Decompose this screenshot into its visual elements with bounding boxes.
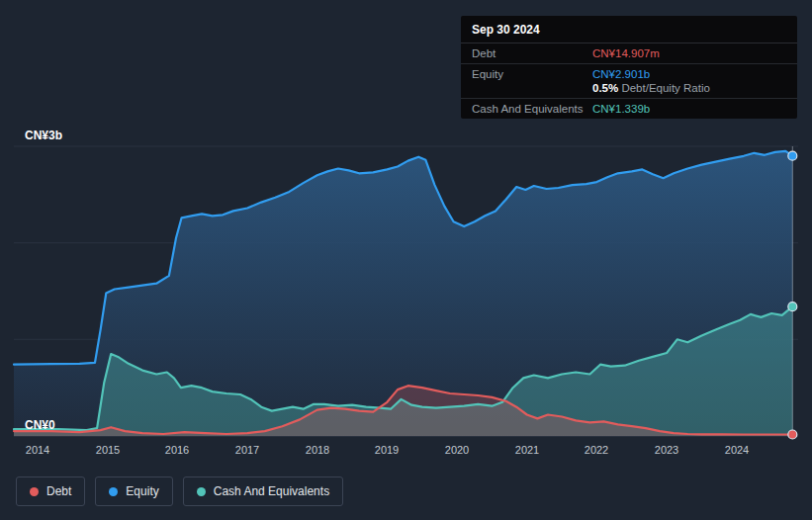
legend: Debt Equity Cash And Equivalents [16,477,343,506]
chart-page: CN¥3bCN¥0 201420152016201720182019202020… [0,0,812,520]
legend-label-cash: Cash And Equivalents [214,484,329,498]
legend-label-debt: Debt [46,484,71,498]
x-axis-label: 2019 [375,444,399,456]
tooltip-cash-value: CN¥1.339b [592,103,786,115]
legend-label-equity: Equity [126,484,158,498]
tooltip-equity-label: Equity [472,68,592,80]
x-axis-label: 2014 [26,444,49,456]
tooltip-row-cash: Cash And Equivalents CN¥1.339b [461,99,797,119]
legend-dot-cash [197,487,206,496]
x-axis-label: 2016 [165,444,189,456]
x-axis-label: 2015 [96,444,120,456]
legend-dot-equity [109,487,118,496]
tooltip-cash-label: Cash And Equivalents [472,103,592,115]
x-axis-label: 2021 [515,444,539,456]
legend-item-debt[interactable]: Debt [16,477,85,506]
debt-end-marker [788,430,797,439]
legend-item-cash[interactable]: Cash And Equivalents [183,477,343,506]
x-axis-label: 2024 [725,444,749,456]
legend-item-equity[interactable]: Equity [95,477,172,506]
tooltip-date: Sep 30 2024 [461,16,797,43]
tooltip-equity-value-block: CN¥2.901b 0.5% Debt/Equity Ratio [592,68,786,94]
tooltip-equity-value: CN¥2.901b [592,68,650,80]
y-axis-label: CN¥3b [25,129,62,142]
x-axis-label: 2023 [655,444,678,456]
tooltip-debt-equity-ratio: 0.5% Debt/Equity Ratio [592,82,786,94]
y-axis-label: CN¥0 [25,418,55,432]
equity-end-marker [788,151,797,160]
x-axis-label: 2020 [445,444,469,456]
tooltip-row-equity: Equity CN¥2.901b 0.5% Debt/Equity Ratio [461,64,797,99]
x-axis-label: 2018 [306,444,329,456]
legend-dot-debt [30,487,39,496]
tooltip-row-debt: Debt CN¥14.907m [461,43,797,64]
x-axis-label: 2017 [235,444,259,456]
tooltip: Sep 30 2024 Debt CN¥14.907m Equity CN¥2.… [461,16,797,119]
tooltip-debt-label: Debt [472,47,592,59]
cash-and-equivalents-end-marker [788,303,797,311]
x-axis-label: 2022 [585,444,608,456]
tooltip-debt-value: CN¥14.907m [592,47,786,59]
